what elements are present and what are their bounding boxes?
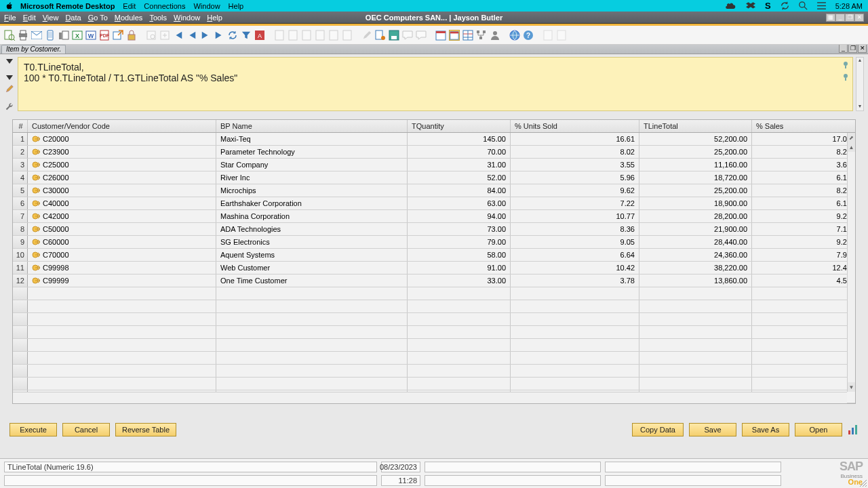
col-line[interactable]: TLineTotal <box>639 120 752 132</box>
table-row[interactable]: 8C50000ADA Technologies73.008.3621,900.0… <box>13 223 855 236</box>
restore-button[interactable]: ❐ <box>845 14 854 22</box>
app-menu-item[interactable]: Edit <box>23 14 36 22</box>
sms-icon[interactable] <box>45 30 56 41</box>
open-button[interactable]: Open <box>795 423 842 436</box>
cell-code[interactable]: C99998 <box>28 262 216 274</box>
cell-code[interactable]: C70000 <box>28 249 216 261</box>
tab-restore-button[interactable]: ❐ <box>848 45 857 53</box>
last-record-icon[interactable] <box>214 30 224 41</box>
layout-icon[interactable]: ▦ <box>826 14 835 22</box>
calendar-icon[interactable] <box>435 30 446 41</box>
expand-icon[interactable]: ⬈ <box>848 133 855 142</box>
drill-down-icon[interactable] <box>32 199 40 207</box>
table-scrollbar-y[interactable]: ⬈ ▲ ▼ <box>847 133 855 392</box>
table-row[interactable]: 4C26000River Inc52.005.9618,720.006.11 <box>13 171 855 184</box>
apple-icon[interactable] <box>5 2 14 10</box>
search-icon[interactable] <box>799 1 808 10</box>
tree-icon[interactable] <box>476 30 487 41</box>
mac-menu-help[interactable]: Help <box>229 2 244 10</box>
cell-code[interactable]: C30000 <box>28 184 216 197</box>
chart-icon[interactable] <box>848 424 859 435</box>
grid-icon[interactable] <box>462 30 473 41</box>
form-settings-icon[interactable] <box>375 30 386 41</box>
resize-handle-icon[interactable] <box>859 479 867 487</box>
calendar2-icon[interactable] <box>449 30 460 41</box>
lock-icon[interactable] <box>126 30 137 41</box>
cell-code[interactable]: C60000 <box>28 236 216 248</box>
table-row[interactable]: 9C60000SG Electronics79.009.0528,440.009… <box>13 236 855 249</box>
table-row[interactable]: 6C40000Earthshaker Corporation63.007.221… <box>13 197 855 210</box>
tab-close-button[interactable]: ✕ <box>858 45 867 53</box>
copy-data-button[interactable]: Copy Data <box>632 423 684 436</box>
chat-icon[interactable] <box>402 30 413 41</box>
app-menu-item[interactable]: Window <box>174 14 200 22</box>
chat2-icon[interactable] <box>416 30 427 41</box>
save-layout-icon[interactable] <box>389 30 399 41</box>
export-excel-icon[interactable]: X <box>72 30 83 41</box>
execute-button[interactable]: Execute <box>9 423 57 436</box>
app-menu-item[interactable]: Tools <box>149 14 167 22</box>
document-tab[interactable]: Item by Costomer. <box>1 45 66 54</box>
dropbox-icon[interactable] <box>746 2 755 10</box>
tab-minimize-button[interactable]: _ <box>839 45 848 53</box>
col-name[interactable]: BP Name <box>216 120 408 132</box>
drill-down-icon[interactable] <box>32 186 40 195</box>
table-row[interactable]: 3C25000Star Company31.003.5511,160.003.6… <box>13 159 855 171</box>
app-menu-item[interactable]: File <box>4 14 16 22</box>
drill-down-icon[interactable] <box>32 135 40 143</box>
save-as-button[interactable]: Save As <box>742 423 789 436</box>
refresh-icon[interactable] <box>227 30 238 41</box>
add-icon[interactable] <box>159 30 170 41</box>
preview-icon[interactable] <box>4 30 15 41</box>
cell-code[interactable]: C25000 <box>28 159 216 171</box>
user-icon[interactable] <box>490 30 500 41</box>
save-button[interactable]: Save <box>689 423 736 436</box>
globe-icon[interactable] <box>509 30 520 41</box>
reverse-table-button[interactable]: Reverse Table <box>115 423 176 436</box>
cell-code[interactable]: C40000 <box>28 197 216 209</box>
doc3-icon[interactable] <box>301 30 312 41</box>
drill-down-icon[interactable] <box>32 161 40 169</box>
app-menu-item[interactable]: Modules <box>115 14 143 22</box>
doc1-icon[interactable] <box>274 30 285 41</box>
app-menu-item[interactable]: Help <box>207 14 222 22</box>
s-icon[interactable]: S <box>765 1 771 11</box>
table-scrollbar-x[interactable] <box>13 392 847 403</box>
doc4-icon[interactable] <box>315 30 326 41</box>
app-menu-item[interactable]: Go To <box>88 14 108 22</box>
app-menu-item[interactable]: View <box>43 14 59 22</box>
drill-down-icon[interactable] <box>32 212 40 220</box>
drill-down-icon[interactable] <box>32 251 40 259</box>
help-icon[interactable]: ? <box>523 30 534 41</box>
col-unit[interactable]: % Units Sold <box>511 120 639 132</box>
table-row[interactable]: 1C20000Maxi-Teq145.0016.6152,200.0017.04 <box>13 133 855 146</box>
doc6-icon[interactable] <box>342 30 353 41</box>
edit-icon[interactable] <box>361 30 372 41</box>
col-sale[interactable]: % Sales <box>752 120 855 132</box>
drill-down-icon[interactable] <box>32 148 40 156</box>
first-record-icon[interactable] <box>173 30 184 41</box>
cloud-icon[interactable] <box>726 2 736 9</box>
find-icon[interactable] <box>146 30 157 41</box>
table-row[interactable]: 2C23900Parameter Technology70.008.0225,2… <box>13 146 855 159</box>
select-helper2-icon[interactable] <box>842 73 850 81</box>
app-menu-item[interactable]: Data <box>65 14 81 22</box>
fax-icon[interactable] <box>58 30 69 41</box>
select-helper-icon[interactable] <box>842 60 850 68</box>
export-pdf-icon[interactable]: PDF <box>99 30 110 41</box>
cell-code[interactable]: C42000 <box>28 210 216 222</box>
launch-app-icon[interactable] <box>113 30 123 41</box>
cancel-button[interactable]: Cancel <box>62 423 110 436</box>
pencil-icon[interactable] <box>5 84 14 94</box>
print-icon[interactable] <box>18 30 28 41</box>
cell-code[interactable]: C23900 <box>28 146 216 158</box>
table-row[interactable]: 10C70000Aquent Systems58.006.6424,360.00… <box>13 249 855 262</box>
filter-icon[interactable] <box>241 30 252 41</box>
export-word-icon[interactable]: W <box>85 30 96 41</box>
drill-down-icon[interactable] <box>32 174 40 182</box>
table-row[interactable]: 11C99998Web Customer91.0010.4238,220.001… <box>13 262 855 274</box>
query-scrollbar[interactable]: ▲▼ <box>856 57 864 111</box>
col-qty[interactable]: TQuantity <box>408 120 511 132</box>
prev-record-icon[interactable] <box>186 30 197 41</box>
mac-menu-edit[interactable]: Edit <box>123 2 136 10</box>
